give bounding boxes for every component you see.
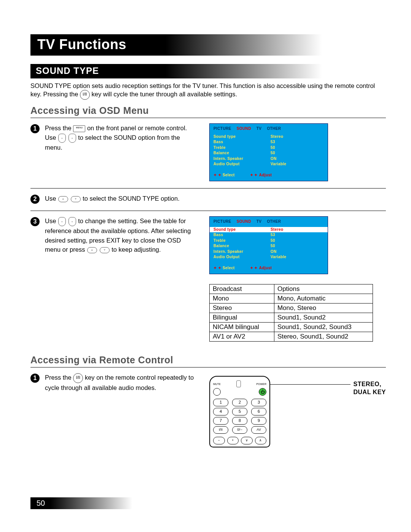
ir-led-icon [236,380,241,387]
sound-type-reference-table: BroadcastOptions MonoMono, Automatic Ste… [209,284,373,342]
left-arrow-key-icon: ◦ [58,134,66,143]
heading-osd: Accessing via OSD Menu [30,105,386,118]
osd-v: Variable [271,254,287,260]
callout-line [270,384,350,385]
manual-page: TV Functions SOUND TYPE SOUND TYPE optio… [0,0,411,532]
power-label: POWER [256,383,266,385]
keypad-9: 9 [251,417,266,425]
page-title: TV Functions [30,34,386,56]
osd-k: Bass [213,232,271,238]
osd-v: 53 [271,232,275,238]
osd-tab-picture: PICTURE [213,219,231,225]
caption-b: DUAL KEY [354,389,386,395]
vol-down-icon: − [213,437,225,444]
keypad-i-ii: I/II [213,426,228,434]
step1-a: Press the [45,125,73,131]
step3-a: Use [45,217,58,224]
osd-foot-select: ✦ ✦Select [213,265,235,271]
osd-foot-select: ✦ ✦Select [213,173,235,178]
intro-text: SOUND TYPE option sets audio reception s… [30,81,386,100]
osd-k: Balance [213,150,271,156]
osd-k: Audio Output [213,161,271,167]
keypad-4: 4 [213,408,228,415]
osd-k-hl: Sound type [213,227,271,233]
osd-v: 50 [271,145,275,151]
intro-part-b: key will cycle the tuner through all ava… [92,91,237,98]
osd-k: Intern. Speaker [213,156,271,162]
ch-up-icon: ∧ [255,437,267,444]
osd-v: ON [271,249,277,255]
step-1-text: Press the on the front panel or remote c… [45,123,198,152]
osd-tab-sound: SOUND [237,126,251,132]
heading-remote: Accessing via Remote Control [30,355,386,367]
remote-step-bullet-1: 1 [30,374,40,383]
osd-foot-adjust: ✦ ✦Adjust [250,173,272,178]
osd-tab-picture: PICTURE [213,126,231,132]
mute-button-icon [213,388,221,396]
rstep1-a: Press the [45,374,73,381]
osd-v: 50 [271,150,275,156]
remote-step-1-text: Press the I/II key on the remote control… [45,373,198,392]
osd-v: ON [271,156,277,162]
left-arrow-key-icon: ◦ [58,217,66,226]
osd-v: Variable [271,161,287,167]
osd-v: 50 [271,238,275,244]
up-key-icon: ▵ [87,247,97,253]
osd-v: 53 [271,139,275,145]
osd-tab-other: OTHER [267,219,281,225]
step2-a: Use [45,195,58,202]
osd-tab-tv: TV [256,126,262,132]
down-key-icon: ▿ [71,196,81,202]
osd-k: Sound type [213,134,271,140]
osd-foot-adjust: ✦ ✦Adjust [250,265,272,271]
section-heading: SOUND TYPE [30,64,386,78]
osd-k: Intern. Speaker [213,249,271,255]
keypad-7: 7 [213,417,228,425]
i-ii-key-icon: I/II [80,90,90,100]
right-arrow-key-icon: ◦ [68,217,76,226]
osd-v: Stereo [271,134,284,140]
osd-v-hl: Stereo [271,227,284,233]
step-bullet-1: 1 [30,124,40,133]
keypad-av: AV [251,426,266,434]
keypad-6: 6 [251,408,266,415]
step3-c: to keep adjusting. [112,246,161,253]
caption-a: STEREO, [354,381,382,387]
step-2-text: Use ▵ ▿ to select the SOUND TYPE option. [45,194,180,203]
power-button-icon: ⏻ [259,388,266,396]
down-key-icon: ▿ [100,247,110,253]
keypad-3: 3 [251,399,266,406]
ch-down-icon: ∨ [241,437,253,444]
keypad-1: 1 [213,399,228,406]
remote-callout-caption: STEREO, DUAL KEY [354,380,386,396]
step-bullet-2: 2 [30,195,40,204]
osd-tab-tv: TV [256,219,262,225]
osd-k: Balance [213,243,271,249]
keypad-0: 0/-- [232,426,247,434]
osd-k: Audio Output [213,254,271,260]
up-key-icon: ▵ [58,196,68,202]
menu-key-icon [73,125,85,132]
page-number: 50 [30,497,195,509]
osd-tab-other: OTHER [267,126,281,132]
mute-label: MUTE [213,383,221,385]
osd-panel-1: PICTURE SOUND TV OTHER Sound typeStereo … [209,123,328,181]
remote-control-illustration: MUTE POWER ⏻ 1 2 3 4 [209,376,270,447]
osd-k: Bass [213,139,271,145]
keypad-8: 8 [232,417,247,425]
keypad-5: 5 [232,408,247,415]
osd-tab-sound: SOUND [237,219,251,225]
osd-panel-2: PICTURE SOUND TV OTHER Sound typeStereo … [209,216,328,274]
step2-b: to select the SOUND TYPE option. [83,195,180,202]
osd-v: 50 [271,243,275,249]
osd-k: Treble [213,145,271,151]
osd-k: Treble [213,238,271,244]
step-3-text: Use ◦ ◦ to change the setting. See the t… [45,216,198,254]
keypad-2: 2 [232,399,247,406]
i-ii-key-icon: I/II [73,373,83,383]
right-arrow-key-icon: ◦ [68,134,76,143]
step-bullet-3: 3 [30,217,40,226]
vol-up-icon: + [227,437,239,444]
